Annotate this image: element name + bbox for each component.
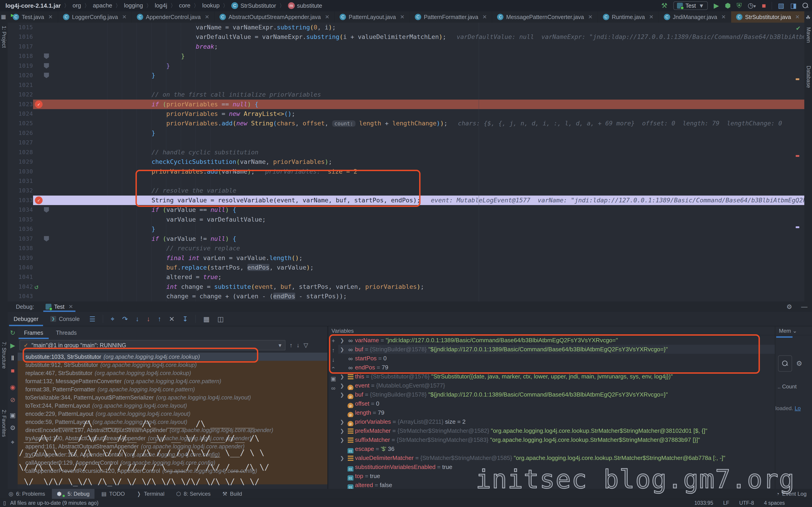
stack-frame-row[interactable]: encode:229, PatternLayout(org.apache.log… — [18, 410, 327, 418]
stack-frame-row[interactable]: substitute:912, StrSubstitutor(org.apach… — [18, 361, 327, 369]
code-line[interactable]: 1037 if (varValue != null) { — [8, 234, 804, 243]
debug-view-tab-debugger[interactable]: Debugger — [8, 312, 44, 326]
variable-row[interactable]: ❯suffixMatcher = {StrMatcher$StringMatch… — [338, 435, 775, 444]
stack-frame-row[interactable]: encode:59, PatternLayout(org.apache.logg… — [18, 418, 327, 426]
resume-button[interactable]: ▶ — [8, 342, 18, 349]
close-icon[interactable]: ✕ — [48, 14, 53, 20]
memory-search-box[interactable] — [778, 355, 792, 372]
code-line[interactable]: 1041 altered = true; — [8, 272, 804, 282]
code-line[interactable]: 1031 — [8, 176, 804, 186]
code-line[interactable]: 1015 varName = varNameExpr.substring(0, … — [8, 23, 804, 32]
fold-marker-icon[interactable] — [44, 53, 49, 59]
pin-tab-button[interactable]: ⌖ — [8, 439, 18, 446]
search-everywhere-icon[interactable] — [803, 3, 808, 9]
tool-window-button--problems[interactable]: ◎6: Problems — [4, 489, 50, 499]
variable-row[interactable]: 01substitutionInVariablesEnabled = true — [338, 462, 775, 471]
step-into-icon[interactable]: ↓ — [136, 315, 139, 323]
close-icon[interactable]: ✕ — [205, 14, 209, 20]
stack-frame-row[interactable]: directEncodeEvent:197, AbstractOutputStr… — [18, 426, 327, 434]
debug-session-tab[interactable]: Test ✕ — [43, 301, 75, 312]
frames-tab-threads[interactable]: Threads — [50, 326, 83, 339]
code-line[interactable]: 1024 priorVariables = new ArrayList<>(); — [8, 109, 804, 119]
close-icon[interactable]: ✕ — [400, 14, 405, 20]
variable-row[interactable]: 01escape = '$' 36 — [338, 444, 775, 453]
layout-settings-icon[interactable]: ◫ — [217, 315, 223, 323]
drop-frame-icon[interactable]: ✕ — [169, 315, 174, 323]
status-item[interactable]: UTF-8 — [739, 500, 754, 506]
code-line[interactable]: 1022 // on the first call initialize pri… — [8, 90, 804, 99]
breadcrumb-item[interactable]: logging — [124, 2, 143, 9]
editor-tab[interactable]: CStrSubstitutor.java✕ — [731, 11, 804, 23]
tool-window-button-todo[interactable]: ▤TODO — [96, 489, 130, 499]
variable-row[interactable]: ∞endPos = 79 — [338, 363, 775, 372]
rerun-button[interactable]: ↻ — [8, 329, 18, 337]
load-classes-link[interactable]: Lo — [795, 405, 801, 411]
profiler-button[interactable]: ◷▾ — [748, 0, 756, 12]
code-line[interactable]: 1040 buf.replace(startPos, endPos, varVa… — [8, 263, 804, 272]
variable-row[interactable]: poffset = 0 — [338, 399, 775, 408]
watches-toggle-button[interactable]: ∞ — [328, 383, 338, 393]
project-strip-icon[interactable]: ▦ — [1, 13, 6, 20]
move-watch-up-button[interactable]: ↑ — [328, 345, 338, 355]
tool-window-button--services[interactable]: ⬡8: Services — [171, 489, 216, 499]
variable-row[interactable]: ❯valueDelimiterMatcher = {StrMatcher$Str… — [338, 453, 775, 462]
editor-tab[interactable]: CMessagePatternConverter.java✕ — [492, 11, 598, 23]
move-watch-down-button[interactable]: ↓ — [328, 355, 338, 364]
stack-frame-row[interactable]: toSerializable:344, PatternLayout$Patter… — [18, 393, 327, 401]
code-line[interactable]: 1043 change = change + (varLen - (endPos… — [8, 291, 804, 301]
close-icon[interactable]: ✕ — [325, 14, 329, 20]
code-line[interactable]: 1027 — [8, 138, 804, 147]
variable-row[interactable]: ❯pevent = {MutableLogEvent@1577} — [338, 381, 775, 390]
variable-row[interactable]: ❯this = {StrSubstitutor@1576} "StrSubsti… — [338, 372, 775, 381]
breadcrumb-class[interactable]: StrSubstitutor — [240, 2, 276, 9]
memory-tab[interactable]: Mem ⌄ — [779, 328, 797, 334]
scrollbar-mark[interactable] — [796, 155, 799, 157]
breadcrumb-item[interactable]: apache — [93, 2, 112, 9]
breadcrumb-item[interactable]: org — [72, 2, 81, 9]
add-watch-button[interactable]: + — [328, 336, 338, 345]
breadcrumb-method[interactable]: substitute — [297, 2, 322, 9]
hide-icon[interactable]: — — [801, 303, 807, 311]
editor-tab[interactable]: CAppenderControl.java✕ — [132, 11, 214, 23]
stop-button[interactable]: ■ — [8, 367, 18, 374]
breadcrumb-item[interactable]: log4j — [155, 2, 167, 9]
scrollbar-mark[interactable] — [796, 226, 799, 228]
step-over-icon[interactable]: ↷ — [122, 315, 128, 323]
variable-row[interactable]: 01top = true — [338, 471, 775, 481]
breakpoint-icon[interactable]: ✓ — [35, 196, 43, 204]
prev-frame-icon[interactable]: ↑ — [290, 342, 293, 349]
variable-row[interactable]: ❯pbuf = {StringBuilder@1578} "${jndi:lda… — [338, 390, 775, 399]
stack-frame-row[interactable]: callAppender0:129, AppenderControl(org.a… — [18, 459, 327, 467]
run-anything-icon[interactable]: ◨ — [790, 0, 797, 11]
memory-settings-icon[interactable]: ⚙ — [796, 359, 802, 368]
editor-tab[interactable]: CJndiManager.java✕ — [659, 11, 731, 23]
stack-frame-row[interactable]: tryAppend:190, AbstractOutputStreamAppen… — [18, 434, 327, 442]
capture-memory-button[interactable]: ▣ — [328, 374, 338, 383]
code-line[interactable]: 1020 } — [8, 71, 804, 80]
fold-marker-icon[interactable] — [44, 236, 49, 241]
stack-frame-row[interactable]: append:161, AbstractOutputStreamAppender… — [18, 442, 327, 450]
breadcrumb-item[interactable]: core — [179, 2, 191, 9]
run-button[interactable]: ▶ — [714, 0, 719, 11]
project-structure-icon[interactable]: ▧ — [778, 0, 784, 11]
tool-strip-structure[interactable]: 7: Structure — [1, 342, 7, 369]
code-line[interactable]: 1036 } — [8, 224, 804, 234]
fold-marker-icon[interactable] — [44, 73, 49, 78]
force-step-into-icon[interactable]: ↓ — [147, 315, 150, 323]
code-line[interactable]: 1016 varDefaultValue = varNameExpr.subst… — [8, 32, 804, 42]
next-frame-icon[interactable]: ↓ — [297, 342, 300, 349]
stack-frame-row[interactable]: format:132, MessagePatternConverter(org.… — [18, 377, 327, 385]
tool-window-button-terminal[interactable]: ❭Terminal — [132, 489, 169, 499]
code-editor[interactable]: 1015 varName = varNameExpr.substring(0, … — [8, 23, 804, 301]
code-line[interactable]: 1018 } — [8, 51, 804, 61]
variable-row[interactable]: 01altered = false — [338, 481, 775, 489]
event-log-button[interactable]: ◔ Event Log — [776, 489, 807, 499]
code-line[interactable]: 1032 // resolve the variable — [8, 186, 804, 195]
variable-row[interactable]: ❯prefixMatcher = {StrMatcher$StringMatch… — [338, 426, 775, 435]
variable-row[interactable]: ❯∞buf = {StringBuilder@1578} "${jndi:lda… — [338, 345, 775, 354]
capture-snapshot-button[interactable]: ▣ — [8, 411, 18, 419]
variable-row[interactable]: ❯ppriorVariables = {ArrayList@2211} size… — [338, 417, 775, 426]
variable-row[interactable]: ∞startPos = 0 — [338, 354, 775, 363]
coverage-button[interactable]: ⛨ — [737, 0, 742, 11]
tool-strip-favorites[interactable]: 2: Favorites — [1, 410, 7, 437]
